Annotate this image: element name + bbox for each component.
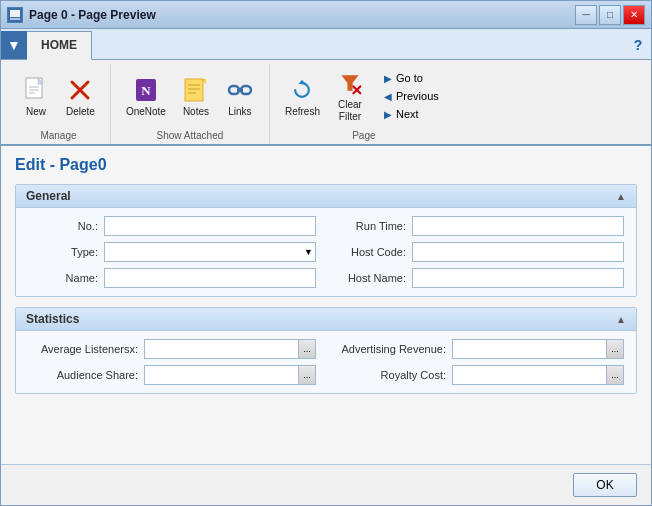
no-input[interactable] bbox=[104, 216, 316, 236]
content-area: Edit - Page0 General No.: Type: bbox=[1, 146, 651, 464]
help-button[interactable]: ? bbox=[625, 31, 651, 59]
onenote-button[interactable]: N OneNote bbox=[119, 64, 173, 128]
page-title: Edit - Page0 bbox=[15, 156, 637, 174]
show-attached-items: N OneNote Notes bbox=[119, 64, 261, 128]
clear-filter-label: ClearFilter bbox=[338, 99, 362, 123]
delete-button[interactable]: Delete bbox=[59, 64, 102, 128]
hostcode-label: Host Code: bbox=[336, 246, 406, 258]
new-icon bbox=[22, 76, 50, 104]
next-arrow-icon: ▶ bbox=[384, 109, 392, 120]
royalty-cost-browse-button[interactable]: ... bbox=[606, 365, 624, 385]
general-section-header[interactable]: General bbox=[16, 185, 636, 208]
avg-listeners-input-container: ... bbox=[144, 339, 316, 359]
royalty-cost-input[interactable] bbox=[452, 365, 606, 385]
avg-listeners-input[interactable] bbox=[144, 339, 298, 359]
previous-arrow-icon: ◀ bbox=[384, 91, 392, 102]
statistics-section-header[interactable]: Statistics bbox=[16, 308, 636, 331]
window-icon bbox=[7, 7, 23, 23]
name-input[interactable] bbox=[104, 268, 316, 288]
new-button[interactable]: New bbox=[15, 64, 57, 128]
delete-label: Delete bbox=[66, 106, 95, 117]
manage-group-label: Manage bbox=[40, 128, 76, 144]
page-items: Refresh ClearFilter ▶ Go t bbox=[278, 64, 450, 128]
statistics-section-label: Statistics bbox=[26, 312, 79, 326]
next-button[interactable]: ▶ Next bbox=[379, 106, 444, 122]
svg-rect-2 bbox=[10, 18, 20, 20]
new-label: New bbox=[26, 106, 46, 117]
ribbon-group-show-attached: N OneNote Notes bbox=[111, 64, 270, 144]
hostname-input[interactable] bbox=[412, 268, 624, 288]
general-section-body: No.: Type: ▼ bbox=[16, 208, 636, 296]
hostname-row: Host Name: bbox=[336, 268, 624, 288]
ad-revenue-input-container: ... bbox=[452, 339, 624, 359]
ok-button[interactable]: OK bbox=[573, 473, 637, 497]
svg-rect-12 bbox=[185, 79, 203, 101]
ribbon-tabs: ▼ HOME ? bbox=[1, 29, 651, 60]
close-button[interactable]: ✕ bbox=[623, 5, 645, 25]
audience-share-input-container: ... bbox=[144, 365, 316, 385]
show-attached-group-label: Show Attached bbox=[157, 128, 224, 144]
audience-share-label: Audience Share: bbox=[28, 369, 138, 381]
links-button[interactable]: Links bbox=[219, 64, 261, 128]
onenote-icon: N bbox=[132, 76, 160, 104]
previous-label: Previous bbox=[396, 90, 439, 102]
general-collapse-icon bbox=[616, 189, 626, 203]
tab-home[interactable]: HOME bbox=[27, 31, 92, 60]
general-left-fields: No.: Type: ▼ bbox=[28, 216, 316, 288]
statistics-left-fields: Average Listenersx: ... Audience Share: … bbox=[28, 339, 316, 385]
runtime-row: Run Time: bbox=[336, 216, 624, 236]
ribbon-dropdown-button[interactable]: ▼ bbox=[1, 31, 27, 59]
statistics-section: Statistics Average Listenersx: ... bbox=[15, 307, 637, 394]
refresh-label: Refresh bbox=[285, 106, 320, 117]
title-bar-text: Page 0 - Page Preview bbox=[29, 8, 575, 22]
audience-share-browse-button[interactable]: ... bbox=[298, 365, 316, 385]
refresh-button[interactable]: Refresh bbox=[278, 64, 327, 128]
svg-rect-1 bbox=[10, 10, 20, 17]
name-label: Name: bbox=[28, 272, 98, 284]
notes-label: Notes bbox=[183, 106, 209, 117]
onenote-label: OneNote bbox=[126, 106, 166, 117]
maximize-button[interactable]: □ bbox=[599, 5, 621, 25]
general-form-grid: No.: Type: ▼ bbox=[28, 216, 624, 288]
statistics-section-body: Average Listenersx: ... Audience Share: … bbox=[16, 331, 636, 393]
hostcode-input[interactable] bbox=[412, 242, 624, 262]
avg-listeners-label: Average Listenersx: bbox=[28, 343, 138, 355]
royalty-cost-row: Royalty Cost: ... bbox=[336, 365, 624, 385]
manage-items: New Delete bbox=[15, 64, 102, 128]
statistics-form-grid: Average Listenersx: ... Audience Share: … bbox=[28, 339, 624, 385]
type-label: Type: bbox=[28, 246, 98, 258]
general-right-fields: Run Time: Host Code: Host Name: bbox=[336, 216, 624, 288]
title-bar-buttons: ─ □ ✕ bbox=[575, 5, 645, 25]
statistics-right-fields: Advertising Revenue: ... Royalty Cost: .… bbox=[336, 339, 624, 385]
general-section: General No.: Type: bbox=[15, 184, 637, 297]
audience-share-input[interactable] bbox=[144, 365, 298, 385]
ad-revenue-row: Advertising Revenue: ... bbox=[336, 339, 624, 359]
hostname-label: Host Name: bbox=[336, 272, 406, 284]
ad-revenue-input[interactable] bbox=[452, 339, 606, 359]
previous-button[interactable]: ◀ Previous bbox=[379, 88, 444, 104]
audience-share-row: Audience Share: ... bbox=[28, 365, 316, 385]
royalty-cost-input-container: ... bbox=[452, 365, 624, 385]
statistics-collapse-icon bbox=[616, 312, 626, 326]
avg-listeners-browse-button[interactable]: ... bbox=[298, 339, 316, 359]
clear-filter-icon bbox=[336, 69, 364, 97]
delete-icon bbox=[66, 76, 94, 104]
next-label: Next bbox=[396, 108, 419, 120]
ad-revenue-browse-button[interactable]: ... bbox=[606, 339, 624, 359]
minimize-button[interactable]: ─ bbox=[575, 5, 597, 25]
footer: OK bbox=[1, 464, 651, 505]
title-bar: Page 0 - Page Preview ─ □ ✕ bbox=[1, 1, 651, 29]
type-select[interactable] bbox=[104, 242, 316, 262]
notes-button[interactable]: Notes bbox=[175, 64, 217, 128]
hostcode-row: Host Code: bbox=[336, 242, 624, 262]
ribbon-group-manage: New Delete Manage bbox=[7, 64, 111, 144]
no-label: No.: bbox=[28, 220, 98, 232]
goto-button[interactable]: ▶ Go to bbox=[379, 70, 444, 86]
runtime-input[interactable] bbox=[412, 216, 624, 236]
runtime-label: Run Time: bbox=[336, 220, 406, 232]
ribbon: New Delete Manage bbox=[1, 60, 651, 146]
goto-arrow-icon: ▶ bbox=[384, 73, 392, 84]
name-row: Name: bbox=[28, 268, 316, 288]
svg-text:N: N bbox=[141, 83, 151, 98]
clear-filter-button[interactable]: ClearFilter bbox=[329, 64, 371, 128]
